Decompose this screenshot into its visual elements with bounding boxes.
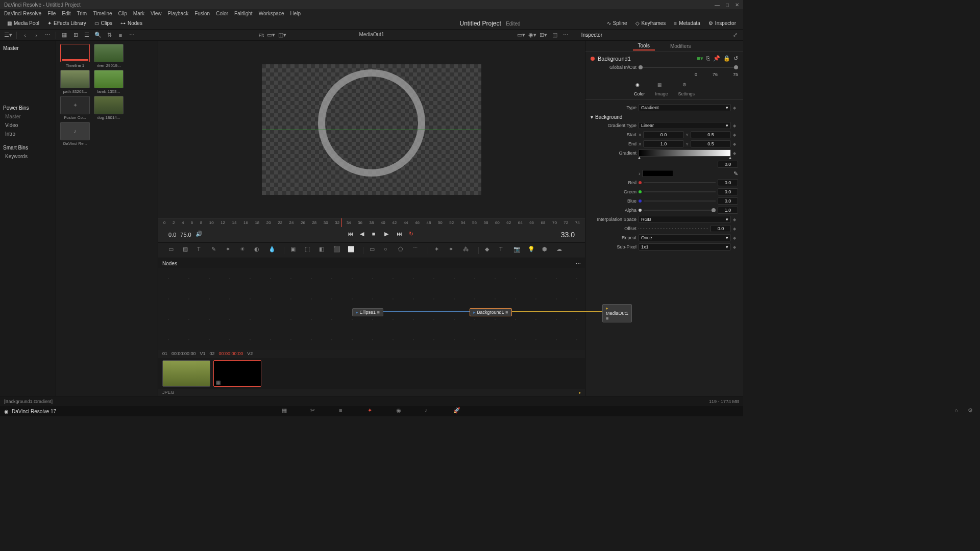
- background-tool-icon[interactable]: ▭: [168, 246, 178, 255]
- keyframe-diamond-icon[interactable]: ◆: [733, 133, 738, 137]
- deliver-page-icon[interactable]: 🚀: [453, 407, 461, 415]
- eyedropper-icon[interactable]: ✎: [733, 170, 738, 177]
- view-thumbnail-icon[interactable]: ⊞: [71, 31, 80, 39]
- timeline-ruler[interactable]: 0246810121416182022242628303234363840424…: [158, 218, 585, 227]
- rectangle-mask-icon[interactable]: ▭: [370, 246, 379, 255]
- text3d-tool-icon[interactable]: T: [499, 246, 508, 255]
- blue-input[interactable]: 0.0: [718, 197, 738, 205]
- more-icon[interactable]: ⋯: [43, 31, 52, 39]
- node-ellipse1[interactable]: ▸ Ellipse1 ■: [352, 308, 383, 316]
- tab-tools[interactable]: Tools: [633, 42, 655, 51]
- fairlight-page-icon[interactable]: ♪: [425, 407, 433, 415]
- clip-thumb-2[interactable]: ▦: [213, 360, 261, 387]
- viewer-split-icon[interactable]: ◫▾: [278, 31, 286, 39]
- matte-tool-icon[interactable]: ◧: [319, 246, 328, 255]
- nodes-graph[interactable]: ▸ Ellipse1 ■ ▸ Background1 ■ ▸ MediaOut1…: [158, 268, 585, 350]
- menu-file[interactable]: File: [47, 11, 56, 16]
- repeat-dropdown[interactable]: Once ▾: [639, 234, 731, 241]
- last-frame-icon[interactable]: ⏭: [397, 231, 405, 239]
- gradient-stop-right[interactable]: ▴: [729, 155, 731, 160]
- end-y-input[interactable]: 0.5: [691, 140, 731, 147]
- fusion-page-icon[interactable]: ✦: [368, 407, 376, 415]
- bspline-mask-icon[interactable]: ⌒: [412, 246, 422, 255]
- speaker-icon[interactable]: 🔊: [195, 231, 204, 239]
- background-section[interactable]: ▾ Background: [591, 114, 738, 120]
- clip-path[interactable]: path-83203...: [59, 70, 91, 94]
- stop-icon[interactable]: ■: [372, 231, 380, 239]
- gradient-stop-left[interactable]: ▴: [638, 155, 641, 160]
- bin-video[interactable]: Video: [0, 121, 56, 130]
- clip-thumb-1[interactable]: [162, 360, 210, 387]
- color-tool-icon[interactable]: ◐: [254, 246, 263, 255]
- menu-timeline[interactable]: Timeline: [93, 11, 112, 16]
- green-slider[interactable]: [644, 191, 716, 192]
- media-page-icon[interactable]: ▦: [282, 407, 290, 415]
- playhead[interactable]: [341, 218, 342, 227]
- effects-library-button[interactable]: ✦ Effects Library: [44, 19, 89, 27]
- first-frame-icon[interactable]: ⏮: [348, 231, 356, 239]
- fastnoise-tool-icon[interactable]: ▨: [183, 246, 192, 255]
- filter-icon[interactable]: ≡: [116, 31, 125, 39]
- clips-button[interactable]: ▭ Clips: [91, 19, 115, 27]
- color-swatch[interactable]: [643, 170, 673, 177]
- type-dropdown[interactable]: Gradient ▾: [639, 104, 731, 111]
- smart-bins-header[interactable]: Smart Bins: [0, 143, 56, 152]
- render3d-tool-icon[interactable]: ⬢: [542, 246, 551, 255]
- list-dropdown-icon[interactable]: ☰▾: [4, 31, 12, 39]
- clip-davinci[interactable]: ♪DaVinci Re...: [59, 122, 91, 146]
- bin-intro[interactable]: Intro: [0, 130, 56, 138]
- node-background1[interactable]: ▸ Background1 ■: [470, 308, 512, 316]
- node-reset-icon[interactable]: ↺: [733, 55, 738, 62]
- clip-river[interactable]: river-29519...: [93, 44, 125, 68]
- gradient-guide-line[interactable]: [262, 130, 481, 130]
- prender-tool-icon[interactable]: ✦: [449, 246, 458, 255]
- keyframe-diamond-icon[interactable]: ◆: [733, 236, 738, 240]
- edit-page-icon[interactable]: ≡: [339, 407, 347, 415]
- keyframe-diamond-icon[interactable]: ◆: [733, 217, 738, 222]
- alpha-input[interactable]: 1.0: [718, 207, 738, 214]
- menu-fairlight[interactable]: Fairlight: [234, 11, 253, 16]
- menu-color[interactable]: Color: [216, 11, 228, 16]
- global-inout-slider[interactable]: [639, 67, 738, 68]
- clip-timeline1[interactable]: Timeline 1: [59, 44, 91, 68]
- offset-slider[interactable]: [639, 228, 708, 229]
- fit-dropdown[interactable]: Fit: [259, 33, 264, 38]
- bin-keywords[interactable]: Keywords: [0, 152, 56, 161]
- green-input[interactable]: 0.0: [718, 188, 738, 195]
- viewer-overlay-icon[interactable]: ◉▾: [528, 31, 536, 39]
- inspector-expand-icon[interactable]: ⤢: [731, 31, 739, 39]
- start-y-input[interactable]: 0.5: [691, 131, 731, 138]
- merge3d-tool-icon[interactable]: ☁: [556, 246, 566, 255]
- subtab-settings[interactable]: ⚙Settings: [678, 82, 695, 96]
- node-pin-icon[interactable]: 📌: [713, 55, 720, 62]
- node-versions-icon[interactable]: ⎘: [706, 55, 710, 62]
- start-x-input[interactable]: 0.0: [643, 131, 683, 138]
- clip-lamb[interactable]: lamb-1353...: [93, 70, 125, 94]
- menu-davinci[interactable]: DaVinci Resolve: [4, 11, 41, 16]
- metadata-button[interactable]: ≡ Metadata: [671, 19, 703, 27]
- offset-input[interactable]: 0.0: [710, 225, 731, 232]
- subtab-image[interactable]: ▦Image: [655, 82, 668, 96]
- view-list-icon[interactable]: ☰: [83, 31, 91, 39]
- light3d-tool-icon[interactable]: 💡: [528, 246, 537, 255]
- viewer-grid-icon[interactable]: ⊞▾: [540, 31, 548, 39]
- viewer-layout-icon[interactable]: ▭▾: [267, 31, 275, 39]
- sort-icon[interactable]: ⇅: [105, 31, 113, 39]
- menu-mark[interactable]: Mark: [133, 11, 144, 16]
- subtab-color[interactable]: ◉Color: [634, 82, 645, 96]
- resize-tool-icon[interactable]: ⬛: [333, 246, 342, 255]
- merge-tool-icon[interactable]: ▣: [290, 246, 300, 255]
- menu-workspace[interactable]: Workspace: [259, 11, 284, 16]
- menu-clip[interactable]: Clip: [118, 11, 127, 16]
- search-icon[interactable]: 🔍: [94, 31, 102, 39]
- view-metadata-icon[interactable]: ▦: [60, 31, 68, 39]
- blue-slider[interactable]: [644, 201, 716, 202]
- nodes-button[interactable]: ⊶ Nodes: [117, 19, 145, 27]
- loop-icon[interactable]: ↻: [409, 231, 417, 239]
- close-icon[interactable]: ✕: [735, 2, 739, 8]
- subpixel-dropdown[interactable]: 1x1 ▾: [639, 243, 731, 251]
- transform-tool-icon[interactable]: ⬚: [305, 246, 314, 255]
- shape3d-tool-icon[interactable]: ◆: [485, 246, 494, 255]
- end-x-input[interactable]: 1.0: [643, 140, 683, 147]
- nav-back-icon[interactable]: ‹: [21, 31, 29, 39]
